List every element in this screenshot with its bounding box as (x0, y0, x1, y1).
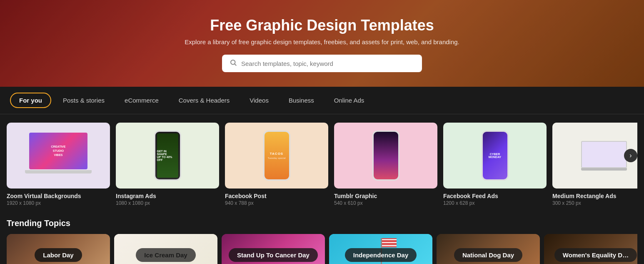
template-name-instagram: Instagram Ads (116, 193, 219, 199)
trending-overlay-ice-cream-day: Ice Cream Day (114, 234, 217, 264)
template-card-facebook-post[interactable]: TACOS Tuesday special Facebook Post 940 … (225, 123, 328, 206)
trending-overlay-independence-day: Independence Day (329, 234, 432, 264)
laptop-mock: CREATIVESTUDIOVIBES (25, 133, 92, 179)
hero-banner: Free Graphic Design Templates Explore a … (0, 0, 644, 87)
tab-ecommerce[interactable]: eCommerce (116, 93, 167, 107)
templates-row: CREATIVESTUDIOVIBES Zoom Virtual Backgro… (7, 123, 637, 206)
trending-label-labor-day: Labor Day (35, 248, 82, 262)
template-thumb-facebook-feed: CYBERMONDAY (443, 123, 547, 189)
trending-card-ice-cream-day[interactable]: Ice Cream Day (114, 234, 217, 264)
template-label-medium-rect: Medium Rectangle Ads 300 x 250 px (552, 193, 637, 206)
trending-overlay-national-dog-day: National Dog Day (437, 234, 540, 264)
template-card-tumblr[interactable]: Tumblr Graphic 540 x 610 px (334, 123, 437, 206)
template-name-facebook-feed: Facebook Feed Ads (443, 193, 547, 199)
template-name-medium-rect: Medium Rectangle Ads (552, 193, 637, 199)
trending-card-independence-day[interactable]: Independence Day (329, 234, 432, 264)
search-bar[interactable] (222, 55, 422, 72)
trending-label-womens-equality: Women's Equality D… (554, 248, 637, 262)
template-label-instagram: Instagram Ads 1080 x 1080 px (116, 193, 219, 206)
template-label-zoom: Zoom Virtual Backgrounds 1920 x 1080 px (7, 193, 110, 206)
phone-mock-tumblr (372, 131, 399, 181)
svg-line-1 (235, 64, 236, 65)
trending-section: Trending Topics Labor Day Ice Cream Day … (0, 212, 644, 264)
template-thumb-tumblr (334, 123, 437, 189)
templates-section: CREATIVESTUDIOVIBES Zoom Virtual Backgro… (0, 114, 644, 212)
template-dims-instagram: 1080 x 1080 px (116, 200, 219, 206)
tab-online-ads[interactable]: Online Ads (326, 93, 373, 107)
trending-label-national-dog-day: National Dog Day (454, 248, 522, 262)
template-card-zoom[interactable]: CREATIVESTUDIOVIBES Zoom Virtual Backgro… (7, 123, 110, 206)
template-name-zoom: Zoom Virtual Backgrounds (7, 193, 110, 199)
search-icon (230, 59, 237, 68)
hero-title: Free Graphic Design Templates (8, 17, 636, 34)
tab-videos[interactable]: Videos (241, 93, 277, 107)
template-thumb-facebook-post: TACOS Tuesday special (225, 123, 328, 189)
template-thumb-zoom: CREATIVESTUDIOVIBES (7, 123, 110, 189)
template-name-tumblr: Tumblr Graphic (334, 193, 437, 199)
trending-label-independence-day: Independence Day (345, 248, 417, 262)
hero-subtitle: Explore a library of free graphic design… (8, 38, 636, 45)
trending-card-cancer-day[interactable]: Stand Up To Cancer Day (222, 234, 325, 264)
trending-overlay-labor-day: Labor Day (7, 234, 110, 264)
template-thumb-instagram: GET INSHAPEUP TO 40% OFF (116, 123, 219, 189)
trending-label-ice-cream-day: Ice Cream Day (136, 248, 195, 262)
template-card-medium-rect[interactable]: Medium Rectangle Ads 300 x 250 px (552, 123, 637, 206)
template-dims-tumblr: 540 x 610 px (334, 200, 437, 206)
search-input[interactable] (241, 60, 414, 67)
tab-business[interactable]: Business (280, 93, 322, 107)
trending-label-cancer-day: Stand Up To Cancer Day (229, 248, 318, 262)
phone-mock-instagram: GET INSHAPEUP TO 40% OFF (154, 131, 181, 181)
template-name-facebook-post: Facebook Post (225, 193, 328, 199)
tab-posts-stories[interactable]: Posts & stories (55, 93, 113, 107)
category-nav: For you Posts & stories eCommerce Covers… (0, 87, 644, 114)
template-card-facebook-feed[interactable]: CYBERMONDAY Facebook Feed Ads 1200 x 628… (443, 123, 547, 206)
template-label-facebook-post: Facebook Post 940 x 788 px (225, 193, 328, 206)
trending-card-national-dog-day[interactable]: National Dog Day (437, 234, 540, 264)
template-dims-facebook-feed: 1200 x 628 px (443, 200, 547, 206)
tab-covers-headers[interactable]: Covers & Headers (170, 93, 238, 107)
tab-for-you[interactable]: For you (10, 93, 51, 108)
template-label-tumblr: Tumblr Graphic 540 x 610 px (334, 193, 437, 206)
phone-mock-facebook-feed: CYBERMONDAY (482, 131, 509, 181)
template-dims-medium-rect: 300 x 250 px (552, 200, 637, 206)
trending-row: Labor Day Ice Cream Day Stand Up To Canc… (7, 234, 637, 264)
phone-mock-facebook: TACOS Tuesday special (263, 131, 290, 181)
template-dims-zoom: 1920 x 1080 px (7, 200, 110, 206)
template-card-instagram[interactable]: GET INSHAPEUP TO 40% OFF Instagram Ads 1… (116, 123, 219, 206)
trending-overlay-cancer-day: Stand Up To Cancer Day (222, 234, 325, 264)
trending-card-labor-day[interactable]: Labor Day (7, 234, 110, 264)
template-dims-facebook-post: 940 x 788 px (225, 200, 328, 206)
scroll-right-arrow[interactable]: › (624, 149, 637, 162)
trending-title: Trending Topics (7, 219, 637, 228)
trending-overlay-womens-equality: Women's Equality D… (544, 234, 637, 264)
trending-card-womens-equality[interactable]: Women's Equality D… (544, 234, 637, 264)
template-label-facebook-feed: Facebook Feed Ads 1200 x 628 px (443, 193, 547, 206)
